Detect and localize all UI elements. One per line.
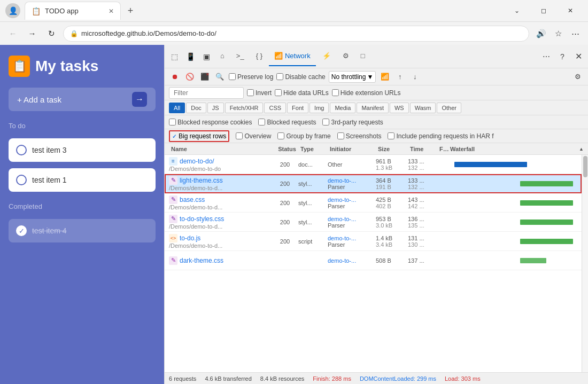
select-element-button[interactable]: ⬚ bbox=[167, 49, 182, 64]
filter-tab-js[interactable]: JS bbox=[207, 103, 224, 113]
group-by-frame-label[interactable]: Group by frame bbox=[277, 132, 330, 140]
blocked-response-cookies-checkbox[interactable] bbox=[169, 119, 176, 126]
tab-more[interactable]: □ bbox=[355, 47, 370, 66]
scrollbar-track[interactable] bbox=[582, 155, 588, 372]
include-pending-checkbox[interactable] bbox=[388, 132, 394, 139]
col-header-name[interactable]: Name bbox=[167, 146, 274, 152]
filter-tab-other[interactable]: Other bbox=[437, 103, 461, 113]
screenshots-label[interactable]: Screenshots bbox=[337, 132, 382, 140]
task-item[interactable]: test item 3 bbox=[9, 138, 156, 162]
col-header-status[interactable]: Status bbox=[274, 146, 300, 152]
filter-tab-css[interactable]: CSS bbox=[264, 103, 286, 113]
disable-cache-label[interactable]: Disable cache bbox=[276, 73, 325, 81]
refresh-button[interactable]: ↻ bbox=[44, 26, 59, 41]
add-task-button[interactable]: + Add a task → bbox=[9, 88, 156, 111]
favorites-button[interactable]: ☆ bbox=[551, 26, 566, 41]
row-f-3 bbox=[437, 213, 448, 231]
wifi-icon[interactable]: 📶 bbox=[379, 71, 391, 83]
filter-tab-fetch-xhr[interactable]: Fetch/XHR bbox=[225, 103, 264, 113]
tab-close-button[interactable]: ✕ bbox=[109, 7, 114, 15]
hide-extension-urls-label[interactable]: Hide extension URLs bbox=[332, 89, 401, 97]
device-emulation-button[interactable]: 📱 bbox=[183, 49, 198, 64]
devtools-help-button[interactable]: ? bbox=[555, 49, 570, 64]
sidebar-button[interactable]: ▣ bbox=[199, 49, 214, 64]
overview-label[interactable]: Overview bbox=[236, 132, 271, 140]
task-item-completed[interactable]: ✓ test item 4 bbox=[9, 219, 156, 242]
scrollbar-thumb[interactable] bbox=[583, 156, 587, 177]
blocked-requests-checkbox[interactable] bbox=[258, 119, 265, 126]
big-request-rows-label[interactable]: ✓ Big request rows bbox=[172, 132, 226, 140]
task-checkbox-1[interactable] bbox=[16, 145, 27, 155]
table-row[interactable]: ✎ dark-theme.css demo-to-... bbox=[165, 251, 582, 270]
col-header-time[interactable]: Time bbox=[410, 146, 439, 152]
hide-extension-urls-checkbox[interactable] bbox=[332, 89, 339, 96]
filter-tab-img[interactable]: Img bbox=[310, 103, 329, 113]
forward-button[interactable]: → bbox=[25, 26, 40, 41]
search-button[interactable]: 🔍 bbox=[214, 71, 226, 83]
throttle-select[interactable]: No throttling ▼ bbox=[329, 71, 376, 83]
include-pending-label[interactable]: Include pending requests in HAR f bbox=[388, 132, 493, 140]
hide-data-urls-label[interactable]: Hide data URLs bbox=[275, 89, 329, 97]
big-request-rows-wrapper: ✓ Big request rows bbox=[169, 130, 229, 142]
new-tab-button[interactable]: + bbox=[123, 3, 138, 18]
blocked-response-cookies-label[interactable]: Blocked response cookies bbox=[169, 119, 252, 126]
filter-tab-font[interactable]: Font bbox=[287, 103, 308, 113]
overview-checkbox[interactable] bbox=[236, 132, 243, 139]
third-party-requests-checkbox[interactable] bbox=[322, 119, 329, 126]
filter-tab-all[interactable]: All bbox=[169, 103, 185, 113]
tab-sources[interactable]: { } bbox=[251, 47, 268, 66]
table-row[interactable]: ✎ base.css /Demos/demo-to-d... 200 styl.… bbox=[165, 193, 582, 213]
task-checkbox-3[interactable]: ✓ bbox=[16, 225, 27, 236]
settings-button[interactable]: ⋯ bbox=[568, 26, 583, 41]
filter-tab-doc[interactable]: Doc bbox=[186, 103, 206, 113]
tab-network[interactable]: 📶 Network bbox=[269, 47, 316, 66]
back-button[interactable]: ← bbox=[5, 26, 20, 41]
record-button[interactable]: ⏺ bbox=[169, 71, 181, 83]
table-row[interactable]: ✎ to-do-styles.css /Demos/demo-to-d... 2… bbox=[165, 213, 582, 232]
task-item-2[interactable]: test item 1 bbox=[9, 168, 156, 192]
blocked-requests-label[interactable]: Blocked requests bbox=[258, 119, 316, 126]
network-settings-button[interactable]: ⚙ bbox=[572, 71, 584, 83]
tab-memory[interactable]: ⚙ bbox=[337, 47, 354, 66]
tab-console[interactable]: >_ bbox=[231, 47, 250, 66]
more-tools-button[interactable]: ⋯ bbox=[539, 49, 554, 64]
filter-tab-wasm[interactable]: Wasm bbox=[410, 103, 436, 113]
big-request-rows-checkbox[interactable]: ✓ bbox=[172, 132, 176, 140]
download-icon[interactable]: ↓ bbox=[409, 71, 421, 83]
preserve-log-label[interactable]: Preserve log bbox=[229, 73, 273, 81]
address-input[interactable]: 🔒 microsoftedge.github.io/Demos/demo-to-… bbox=[63, 26, 529, 42]
clear-button[interactable]: 🚫 bbox=[184, 71, 196, 83]
close-button[interactable]: ✕ bbox=[558, 3, 583, 19]
minimize-button[interactable]: ⌄ bbox=[505, 3, 529, 19]
task-checkbox-2[interactable] bbox=[16, 175, 27, 185]
invert-label[interactable]: Invert bbox=[247, 89, 272, 97]
devtools-close-button[interactable]: ✕ bbox=[571, 49, 586, 64]
profile-icon[interactable]: 👤 bbox=[5, 3, 20, 18]
tab-performance[interactable]: ⚡ bbox=[317, 47, 336, 66]
col-header-type[interactable]: Type bbox=[300, 146, 330, 152]
filter-tab-ws[interactable]: WS bbox=[390, 103, 409, 113]
filter-input[interactable] bbox=[169, 87, 244, 99]
group-by-frame-checkbox[interactable] bbox=[277, 132, 284, 139]
screenshots-checkbox[interactable] bbox=[337, 132, 344, 139]
tab-elements[interactable]: ⌂ bbox=[215, 47, 230, 66]
table-row[interactable]: ✎ light-theme.css /Demos/demo-to-d... 20… bbox=[165, 174, 582, 193]
browser-tab[interactable]: 📋 TODO app ✕ bbox=[25, 2, 121, 20]
col-header-initiator[interactable]: Initiator bbox=[330, 146, 378, 152]
disable-cache-checkbox[interactable] bbox=[276, 73, 283, 80]
filter-tab-media[interactable]: Media bbox=[330, 103, 355, 113]
hide-data-urls-checkbox[interactable] bbox=[275, 89, 282, 96]
col-header-size[interactable]: Size bbox=[378, 146, 410, 152]
upload-icon[interactable]: ↑ bbox=[394, 71, 406, 83]
preserve-log-checkbox[interactable] bbox=[229, 73, 236, 80]
col-header-waterfall[interactable]: Waterfall ▲ bbox=[450, 146, 586, 152]
maximize-button[interactable]: ◻ bbox=[531, 3, 556, 19]
third-party-requests-label[interactable]: 3rd-party requests bbox=[322, 119, 383, 126]
table-row[interactable]: ≡ demo-to-do/ /Demos/demo-to-do 200 doc.… bbox=[165, 155, 582, 174]
invert-checkbox[interactable] bbox=[247, 89, 254, 96]
table-row[interactable]: <> to-do.js /Demos/demo-to-d... 200 scri… bbox=[165, 232, 582, 251]
read-aloud-button[interactable]: 🔊 bbox=[533, 26, 548, 41]
filter-tab-manifest[interactable]: Manifest bbox=[357, 103, 389, 113]
waterfall-bar-0 bbox=[454, 162, 527, 167]
filter-icon-button[interactable]: ⬛✕ bbox=[199, 71, 211, 83]
